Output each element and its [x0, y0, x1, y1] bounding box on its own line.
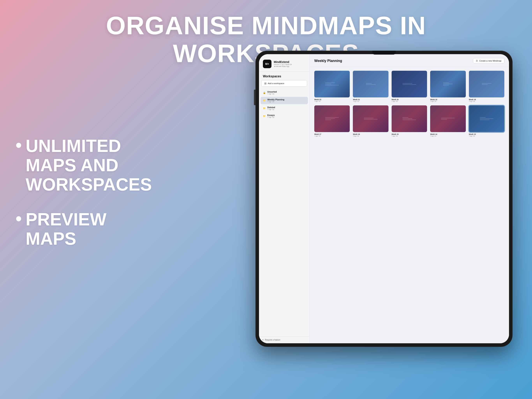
send-icon: ✈ [262, 339, 264, 341]
mindmap-card-week16[interactable]: Week 16 7 Apr '24 [353, 105, 388, 137]
bullet-dot-1: • [16, 136, 22, 154]
app-logo-section: M+ MindExtend Version 1.10.7 Build 24 ★★… [259, 54, 310, 71]
bullet-text-1: UNLIMITEDMAPS ANDWORKSPACES [26, 136, 152, 194]
mindmap-date-week20: 7 Apr '24 [392, 101, 427, 102]
app-logo-icon: M+ [263, 60, 272, 68]
mindmap-card-week22[interactable]: Week 22 7 Apr '24 [314, 71, 350, 102]
mindmap-card-week17[interactable]: Week 17 7 Apr '24 [314, 105, 350, 137]
thumb-line [403, 117, 408, 118]
bullet-points: • UNLIMITEDMAPS ANDWORKSPACES • PREVIEWM… [16, 136, 152, 264]
workspace-weekly-info: Weekly Planning 7 Apr '24 [267, 98, 284, 103]
thumb-line [443, 84, 453, 84]
sidebar-item-unsorted[interactable]: 🔒 Unsorted 7 Apr '24 [260, 89, 308, 97]
mindmap-thumb-week19 [430, 71, 466, 97]
add-workspace-label: Add a workspace [268, 82, 284, 84]
bullet-item-1: • UNLIMITEDMAPS ANDWORKSPACES [16, 136, 152, 194]
thumb-line [482, 84, 488, 85]
thumb-line [325, 85, 339, 85]
request-feature-label: Request a feature [265, 339, 280, 341]
mindmap-card-week18[interactable]: Week 18 7 Apr '24 [469, 71, 504, 102]
thumb-lines [480, 116, 494, 121]
thumb-line [403, 120, 416, 120]
sidebar: M+ MindExtend Version 1.10.7 Build 24 ★★… [259, 54, 310, 343]
app-name: MindExtend [274, 60, 292, 64]
thumb-line [325, 118, 335, 119]
main-title: Weekly Planning [314, 59, 342, 63]
mindmap-date-week16: 7 Apr '24 [353, 135, 388, 137]
plus-icon: ⊞ [264, 82, 266, 85]
create-mindmap-label: Create a new Mindmap [479, 60, 501, 62]
mindmap-date-week19: 7 Apr '24 [430, 101, 466, 102]
mindmap-label-week18: Week 18 [469, 99, 504, 101]
mindmap-date-week14: 7 Apr '24 [430, 135, 466, 137]
mindmap-thumb-week20 [392, 71, 427, 97]
workspace-deleted-info: Deleted 7 Apr '24 [267, 106, 275, 110]
mindmaps-grid: Week 22 7 Apr '24 Week 21 7 A [310, 67, 509, 141]
mindmap-date-week22: 7 Apr '24 [314, 101, 350, 102]
thumb-lines [325, 82, 339, 86]
mindmap-thumb-week18 [469, 71, 504, 97]
mindmap-thumb-week15 [392, 105, 427, 132]
thumb-line [480, 120, 489, 120]
mindmap-thumb-week16 [353, 105, 388, 132]
mindmap-date-week17: 7 Apr '24 [314, 135, 350, 137]
workspace-deleted-date: 7 Apr '24 [267, 109, 275, 110]
workspace-essays-date: 7 Apr '24 [267, 116, 275, 118]
mindmap-date-week15: 7 Apr '24 [392, 135, 427, 137]
app-logo-text-block: MindExtend Version 1.10.7 Build 24 ★★★★★… [274, 60, 292, 67]
workspaces-header: Workspaces [259, 71, 310, 80]
workspace-unsorted-name: Unsorted [267, 90, 277, 93]
sidebar-item-deleted[interactable]: 📁 Deleted 7 Apr '24 [260, 105, 308, 112]
mindmap-label-week19: Week 19 [430, 99, 466, 101]
mindmap-thumb-week17 [314, 105, 350, 132]
folder-icon-essays: 📁 [263, 115, 266, 117]
thumb-line [443, 85, 449, 85]
thumb-lines [325, 116, 339, 121]
thumb-lines [482, 82, 492, 85]
mindmap-label-week14: Week 14 [430, 133, 466, 135]
thumb-line [480, 118, 494, 119]
thumb-lines [403, 116, 416, 121]
sidebar-item-weekly-planning[interactable]: 📁 Weekly Planning 7 Apr '24 [260, 97, 308, 104]
workspace-essays-name: Essays [267, 114, 275, 116]
thumb-lines [364, 117, 378, 120]
thumb-line [403, 83, 412, 84]
mindmap-card-week15[interactable]: Week 15 7 Apr '24 [392, 105, 427, 137]
lock-icon: 🔒 [263, 91, 266, 94]
thumb-line [325, 120, 331, 120]
mindmap-thumb-week14 [430, 105, 466, 132]
bullet-dot-2: • [16, 210, 22, 227]
thumb-line [325, 84, 331, 84]
folder-icon-weekly: 📁 [263, 99, 266, 102]
app-container: M+ MindExtend Version 1.10.7 Build 24 ★★… [259, 54, 509, 343]
ipad-frame: M+ MindExtend Version 1.10.7 Build 24 ★★… [255, 51, 513, 347]
mindmap-card-week21[interactable]: Week 21 7 Apr '24 [353, 71, 388, 102]
thumb-line [403, 84, 416, 85]
mindmap-label-week17: Week 17 [314, 133, 350, 135]
mindmap-card-week13[interactable]: Week 13 7 Apr '24 [469, 105, 504, 137]
mindmap-thumb-week21 [353, 71, 388, 97]
create-mindmap-button[interactable]: 🗒 Create a new Mindmap [473, 58, 504, 64]
thumb-line [364, 118, 374, 118]
request-feature-button[interactable]: ✈ Request a feature [259, 336, 310, 343]
folder-icon-deleted: 📁 [263, 107, 266, 110]
mindmap-label-week21: Week 21 [353, 99, 388, 101]
workspace-deleted-name: Deleted [267, 106, 275, 109]
thumb-line [325, 83, 335, 83]
thumb-lines [441, 117, 455, 120]
add-workspace-button[interactable]: ⊞ Add a workspace [261, 80, 307, 87]
mindmap-label-week13: Week 13 [469, 133, 504, 135]
sidebar-item-essays[interactable]: 📁 Essays 7 Apr '24 [260, 112, 308, 120]
app-version: Version 1.10.7 Build 24 [274, 64, 292, 65]
bullet-item-2: • PREVIEWMAPS [16, 210, 152, 248]
thumb-line [325, 117, 339, 118]
workspace-weekly-date: 7 Apr '24 [267, 101, 284, 103]
mindmap-date-week13: 7 Apr '24 [469, 135, 504, 137]
mindmap-card-week20[interactable]: Week 20 7 Apr '24 [392, 71, 427, 102]
mindmap-card-week14[interactable]: Week 14 7 Apr '24 [430, 105, 466, 137]
thumb-lines [443, 82, 453, 86]
hero-title-line1: ORGANISE MINDMAPS IN [0, 12, 532, 39]
mindmap-card-week19[interactable]: Week 19 7 Apr '24 [430, 71, 466, 102]
workspace-unsorted-date: 7 Apr '24 [267, 93, 277, 95]
main-content: Weekly Planning 🗒 Create a new Mindmap [310, 54, 509, 343]
